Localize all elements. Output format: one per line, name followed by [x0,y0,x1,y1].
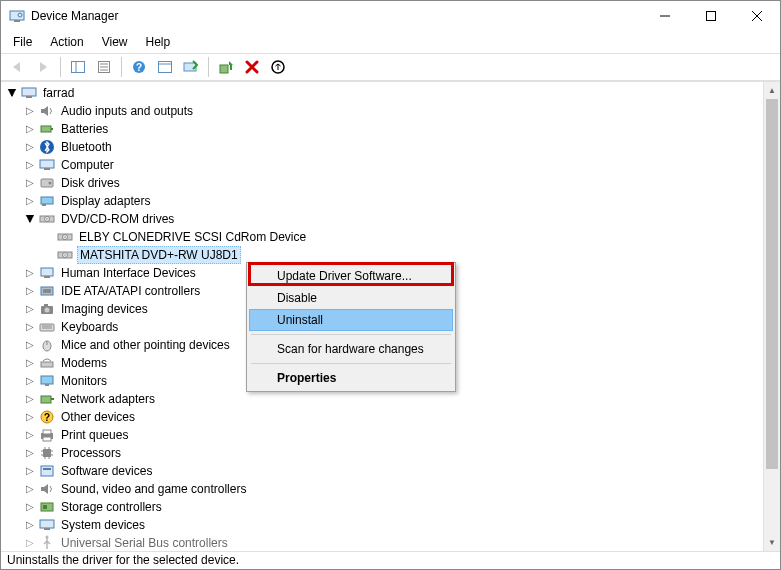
tree-node-computer[interactable]: ▷ Computer [5,156,763,174]
svg-rect-62 [43,437,51,441]
dvd-drive-icon [57,229,73,245]
menu-action[interactable]: Action [42,33,91,51]
tree-node-network[interactable]: ▷ Network adapters [5,390,763,408]
scroll-up-button[interactable]: ▲ [764,82,780,99]
ctx-uninstall[interactable]: Uninstall [249,309,453,331]
menu-view[interactable]: View [94,33,136,51]
tree-node-audio[interactable]: ▷ Audio inputs and outputs [5,102,763,120]
tree-node-other[interactable]: ▷ ? Other devices [5,408,763,426]
expander-icon[interactable]: ▷ [23,408,37,426]
svg-point-37 [64,236,66,238]
tree-node-disk[interactable]: ▷ Disk drives [5,174,763,192]
ctx-disable[interactable]: Disable [249,287,453,309]
node-label: Monitors [59,372,109,390]
tree-node-batteries[interactable]: ▷ Batteries [5,120,763,138]
svg-point-40 [64,254,66,256]
display-adapter-icon [39,193,55,209]
minimize-button[interactable] [642,1,688,31]
tree-node-storage[interactable]: ▷ Storage controllers [5,498,763,516]
maximize-button[interactable] [688,1,734,31]
scroll-track[interactable] [764,99,780,534]
expander-icon[interactable]: ▷ [23,498,37,516]
svg-rect-23 [41,126,51,132]
expander-icon[interactable]: ▷ [23,264,37,282]
menubar: File Action View Help [1,31,780,53]
node-label: Human Interface Devices [59,264,198,282]
tree-node-processors[interactable]: ▷ Processors [5,444,763,462]
close-button[interactable] [734,1,780,31]
usb-controller-icon [39,535,55,551]
network-adapter-icon [39,391,55,407]
bluetooth-icon [39,139,55,155]
svg-point-29 [49,182,52,185]
expander-icon[interactable]: ▷ [23,534,37,551]
expander-icon[interactable]: ▷ [23,102,37,120]
svg-rect-42 [44,276,50,278]
expander-icon[interactable]: ▷ [23,174,37,192]
tree-node-display[interactable]: ▷ Display adapters [5,192,763,210]
statusbar-text: Uninstalls the driver for the selected d… [7,553,239,567]
tree-root[interactable]: ⯆ farrad [5,84,763,102]
tree-node-print[interactable]: ▷ Print queues [5,426,763,444]
ctx-properties[interactable]: Properties [249,367,453,389]
tree-node-dvd[interactable]: ⯆ DVD/CD-ROM drives [5,210,763,228]
menu-file[interactable]: File [5,33,40,51]
scroll-thumb[interactable] [766,99,778,469]
tree-node-system[interactable]: ▷ System devices [5,516,763,534]
node-label: Keyboards [59,318,120,336]
tree-node-bluetooth[interactable]: ▷ Bluetooth [5,138,763,156]
expander-icon[interactable]: ▷ [23,318,37,336]
expander-icon[interactable]: ▷ [23,354,37,372]
expander-icon[interactable]: ▷ [23,426,37,444]
ctx-separator [251,363,451,364]
ctx-scan-hardware[interactable]: Scan for hardware changes [249,338,453,360]
action-button[interactable] [153,55,177,79]
expander-icon[interactable]: ▷ [23,300,37,318]
tree-node-sound[interactable]: ▷ Sound, video and game controllers [5,480,763,498]
properties-button[interactable] [92,55,116,79]
svg-rect-24 [51,128,53,130]
scroll-down-button[interactable]: ▼ [764,534,780,551]
menu-help[interactable]: Help [138,33,179,51]
expander-icon[interactable]: ▷ [23,156,37,174]
expander-icon[interactable]: ▷ [23,282,37,300]
help-button[interactable]: ? [127,55,151,79]
tree-node-software[interactable]: ▷ Software devices [5,462,763,480]
tree-node-dvd-child1[interactable]: ELBY CLONEDRIVE SCSI CdRom Device [5,228,763,246]
disable-button[interactable] [266,55,290,79]
expander-icon[interactable]: ▷ [23,444,37,462]
expander-icon[interactable]: ▷ [23,138,37,156]
expander-icon[interactable]: ▷ [23,372,37,390]
node-label: Display adapters [59,192,152,210]
update-driver-button[interactable] [214,55,238,79]
mouse-icon [39,337,55,353]
node-label: DVD/CD-ROM drives [59,210,176,228]
scan-hardware-button[interactable] [179,55,203,79]
system-device-icon [39,517,55,533]
expander-icon[interactable]: ▷ [23,516,37,534]
other-devices-icon: ? [39,409,55,425]
back-button[interactable] [5,55,29,79]
node-label: Network adapters [59,390,157,408]
forward-button[interactable] [31,55,55,79]
expander-icon[interactable]: ▷ [23,462,37,480]
expander-icon[interactable]: ▷ [23,120,37,138]
svg-rect-44 [43,289,51,293]
expander-icon[interactable]: ⯆ [23,210,37,228]
toolbar: ? [1,53,780,81]
show-hide-tree-button[interactable] [66,55,90,79]
expander-icon[interactable]: ▷ [23,336,37,354]
vertical-scrollbar[interactable]: ▲ ▼ [763,82,780,551]
window-controls [642,1,780,31]
uninstall-button[interactable] [240,55,264,79]
expander-icon[interactable]: ▷ [23,390,37,408]
expander-icon[interactable]: ▷ [23,192,37,210]
titlebar: Device Manager [1,1,780,31]
expander-icon[interactable]: ▷ [23,480,37,498]
ctx-update-driver[interactable]: Update Driver Software... [249,265,453,287]
svg-rect-41 [41,268,53,276]
tree-node-usb[interactable]: ▷ Universal Serial Bus controllers [5,534,763,551]
node-label: Computer [59,156,116,174]
hid-icon [39,265,55,281]
expander-icon[interactable]: ⯆ [5,84,19,102]
